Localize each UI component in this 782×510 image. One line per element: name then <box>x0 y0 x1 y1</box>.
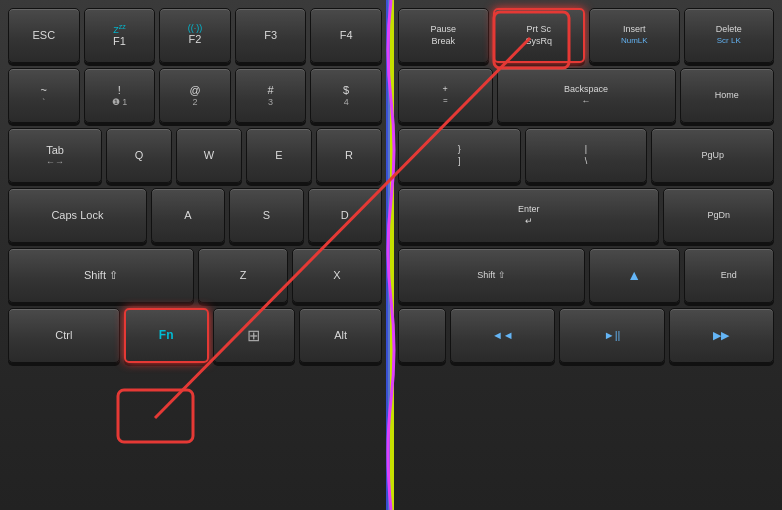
row-function: ESC Zzz F1 ((·)) F2 F3 F4 <box>8 8 382 63</box>
right-row-media: ◄◄ ►|| ▶▶ <box>398 308 774 363</box>
key-z[interactable]: Z <box>198 248 288 303</box>
key-media-prev[interactable]: ◄◄ <box>450 308 555 363</box>
right-row-function: Pause Break Prt Sc SysRq Insert NumLK De… <box>398 8 774 63</box>
key-media-playpause[interactable]: ►|| <box>559 308 664 363</box>
key-rbrace[interactable]: } ] <box>398 128 521 183</box>
key-printscreen[interactable]: Prt Sc SysRq <box>493 8 586 63</box>
key-capslock[interactable]: Caps Lock <box>8 188 147 243</box>
key-end[interactable]: End <box>684 248 774 303</box>
key-tilde[interactable]: ~ ` <box>8 68 80 123</box>
key-arrow-up[interactable]: ▲ <box>589 248 679 303</box>
key-home[interactable]: Home <box>680 68 775 123</box>
right-row-enter: Enter ↵ PgDn <box>398 188 774 243</box>
key-pause[interactable]: Pause Break <box>398 8 489 63</box>
key-f1[interactable]: Zzz F1 <box>84 8 156 63</box>
right-row-shift: Shift ⇧ ▲ End <box>398 248 774 303</box>
keyboard-divider <box>383 0 399 510</box>
key-2[interactable]: @ 2 <box>159 68 231 123</box>
key-1[interactable]: ! ❶ 1 <box>84 68 156 123</box>
keyboard-left: ESC Zzz F1 ((·)) F2 F3 F4 ~ ` <box>0 0 390 510</box>
key-delete[interactable]: Delete Scr LK <box>684 8 775 63</box>
keyboard-right: Pause Break Prt Sc SysRq Insert NumLK De… <box>390 0 782 510</box>
key-f4[interactable]: F4 <box>310 8 382 63</box>
key-f2[interactable]: ((·)) F2 <box>159 8 231 63</box>
key-f3[interactable]: F3 <box>235 8 307 63</box>
key-pgup[interactable]: PgUp <box>651 128 774 183</box>
key-prev-track[interactable] <box>398 308 446 363</box>
key-a[interactable]: A <box>151 188 225 243</box>
right-row-bracket: } ] | \ PgUp <box>398 128 774 183</box>
key-media-next[interactable]: ▶▶ <box>669 308 774 363</box>
row-ctrl: Ctrl Fn ⊞ Alt <box>8 308 382 363</box>
row-qwer: Tab ←→ Q W E R <box>8 128 382 183</box>
key-insert[interactable]: Insert NumLK <box>589 8 680 63</box>
key-4[interactable]: $ 4 <box>310 68 382 123</box>
key-alt-left[interactable]: Alt <box>299 308 382 363</box>
key-pgdn[interactable]: PgDn <box>663 188 774 243</box>
row-number: ~ ` ! ❶ 1 @ 2 # 3 $ 4 <box>8 68 382 123</box>
key-backspace[interactable]: Backspace ← <box>497 68 676 123</box>
key-backslash[interactable]: | \ <box>525 128 648 183</box>
key-tab[interactable]: Tab ←→ <box>8 128 102 183</box>
key-r[interactable]: R <box>316 128 382 183</box>
key-fn[interactable]: Fn <box>124 308 209 363</box>
key-s[interactable]: S <box>229 188 303 243</box>
key-q[interactable]: Q <box>106 128 172 183</box>
key-windows[interactable]: ⊞ <box>213 308 296 363</box>
key-shift-left[interactable]: Shift ⇧ <box>8 248 194 303</box>
key-esc[interactable]: ESC <box>8 8 80 63</box>
key-ctrl-left[interactable]: Ctrl <box>8 308 120 363</box>
keyboard: ESC Zzz F1 ((·)) F2 F3 F4 ~ ` <box>0 0 782 510</box>
key-3[interactable]: # 3 <box>235 68 307 123</box>
row-asdf: Caps Lock A S D <box>8 188 382 243</box>
key-x[interactable]: X <box>292 248 382 303</box>
key-e[interactable]: E <box>246 128 312 183</box>
key-enter[interactable]: Enter ↵ <box>398 188 659 243</box>
row-zxc: Shift ⇧ Z X <box>8 248 382 303</box>
key-plus[interactable]: + = <box>398 68 493 123</box>
key-shift-right[interactable]: Shift ⇧ <box>398 248 585 303</box>
right-row-num: + = Backspace ← Home <box>398 68 774 123</box>
key-d[interactable]: D <box>308 188 382 243</box>
key-w[interactable]: W <box>176 128 242 183</box>
